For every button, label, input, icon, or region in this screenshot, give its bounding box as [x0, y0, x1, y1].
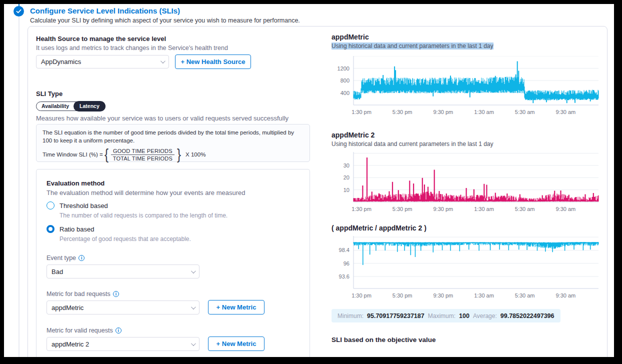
ratio-based-helper: Percentage of good requests that are acc… [60, 236, 191, 242]
valid-metric-select-value: appdMetric 2 [52, 340, 89, 348]
svg-text:9:30 pm: 9:30 pm [433, 292, 453, 298]
chart3-ratio: 93.69698.41:30 pm5:30 pm9:30 pm1:30 am5:… [332, 236, 600, 304]
valid-metric-label-text: Metric for valid requests [46, 327, 113, 334]
sli-objective-label: SLI based on the objective value [332, 336, 436, 344]
chart-preview-column: appdMetric Using historical data and cur… [332, 26, 602, 357]
valid-metric-label: Metric for valid requests i [46, 327, 122, 334]
svg-text:1200: 1200 [338, 66, 350, 72]
sli-equation-text: The SLI equation is the number of good t… [42, 129, 304, 144]
sli-type-toggle: Availability Latency [36, 102, 106, 111]
svg-text:9:30 am: 9:30 am [556, 109, 576, 115]
chevron-down-icon [191, 341, 196, 346]
new-health-source-button[interactable]: + New Health Source [175, 54, 251, 69]
svg-text:9:30 pm: 9:30 pm [433, 206, 453, 212]
ratio-based-label: Ratio based [60, 226, 94, 233]
equation-lhs: Time Window SLI (%) = [42, 152, 103, 158]
bad-metric-label-text: Metric for bad requests [46, 290, 110, 298]
svg-text:9:30 am: 9:30 am [556, 206, 576, 212]
svg-text:1:30 am: 1:30 am [474, 292, 494, 298]
page-title: Configure Service Level Indications (SLI… [30, 6, 180, 15]
bad-metric-label: Metric for bad requests i [46, 290, 119, 298]
right-brace: } [177, 147, 181, 162]
sli-type-pill-latency[interactable]: Latency [74, 101, 106, 112]
svg-text:96: 96 [344, 260, 350, 266]
chart1-subtitle: Using historical data and current parame… [332, 42, 494, 50]
health-source-label: Health Source to manage the service leve… [36, 35, 166, 42]
chevron-down-icon [160, 58, 166, 64]
sli-type-label: SLI Type [36, 90, 62, 98]
equation-fraction: GOOD TIME PERIODS TOTAL TIME PERIODS [111, 148, 174, 162]
evaluation-method-label: Evaluation method [46, 180, 104, 187]
svg-text:93.6: 93.6 [339, 274, 350, 280]
maximum-value: 100 [459, 312, 470, 320]
chevron-down-icon [191, 304, 196, 310]
event-type-label: Event type i [46, 254, 84, 262]
svg-text:5:30 am: 5:30 am [515, 109, 535, 115]
svg-text:5:30 pm: 5:30 pm [392, 206, 412, 212]
denominator-rest: TIME PERIODS [130, 156, 172, 162]
svg-text:1:30 pm: 1:30 pm [352, 206, 372, 212]
valid-metric-select[interactable]: appdMetric 2 [46, 337, 200, 351]
stepper-connector-line [18, 4, 20, 357]
health-source-select-value: AppDynamics [41, 58, 81, 66]
svg-text:1:30 am: 1:30 am [474, 109, 494, 115]
info-icon[interactable]: i [116, 328, 122, 334]
svg-text:400: 400 [340, 90, 350, 96]
minimum-label: Minimum: [338, 312, 364, 320]
evaluation-method-description: The evaluation method will determine how… [46, 189, 245, 196]
average-value: 99.7852022497396 [500, 312, 554, 320]
sli-type-description: Measures how available your service was … [36, 114, 288, 122]
minimum-value: 95.70917759237187 [367, 312, 424, 320]
svg-text:30: 30 [344, 162, 350, 168]
total-term: TOTAL [113, 156, 130, 162]
ratio-stats-bar: Minimum: 95.70917759237187 Maximum: 100 … [332, 309, 560, 322]
chart3-title: ( appdMetric / appdMetric 2 ) [332, 224, 426, 232]
chart2-subtitle: Using historical data and current parame… [332, 140, 494, 148]
average-label: Average: [473, 312, 497, 320]
page-subtitle: Calculate your SLI by defining which asp… [30, 17, 300, 24]
threshold-based-label: Threshold based [60, 202, 108, 210]
threshold-based-helper: The number of valid requests is compared… [60, 212, 228, 219]
page: Configure Service Level Indications (SLI… [4, 4, 614, 357]
sli-type-pill-availability[interactable]: Availability [36, 102, 74, 111]
chart1-appdmetric: 40080012001:30 pm5:30 pm9:30 pm1:30 am5:… [332, 56, 600, 120]
svg-text:9:30 pm: 9:30 pm [433, 109, 453, 115]
svg-text:1:30 pm: 1:30 pm [352, 292, 372, 298]
step-complete-check-icon [14, 6, 24, 16]
svg-text:10: 10 [344, 187, 350, 193]
threshold-based-radio[interactable] [46, 202, 54, 210]
health-source-description: It uses logs and metrics to track change… [36, 44, 228, 52]
equation-rhs: X 100% [186, 152, 206, 158]
sli-equation-formula: Time Window SLI (%) = { GOOD TIME PERIOD… [42, 147, 304, 162]
info-icon[interactable]: i [113, 291, 119, 297]
svg-text:1:30 am: 1:30 am [474, 206, 494, 212]
bad-metric-select[interactable]: appdMetric [46, 300, 200, 314]
new-valid-metric-button[interactable]: + New Metric [208, 336, 264, 351]
svg-text:98.4: 98.4 [339, 247, 350, 253]
chart2-title: appdMetric 2 [332, 131, 374, 139]
chart2-appdmetric2: 1020301:30 pm5:30 pm9:30 pm1:30 am5:30 a… [332, 152, 600, 217]
svg-text:5:30 am: 5:30 am [515, 292, 535, 298]
numerator-rest: TIME PERIODS [130, 148, 172, 154]
maximum-label: Maximum: [428, 312, 456, 320]
evaluation-method-box: Evaluation method The evaluation method … [36, 169, 310, 357]
event-type-label-text: Event type [46, 254, 76, 262]
event-type-select-value: Bad [52, 268, 63, 276]
left-brace: { [104, 147, 108, 162]
svg-text:1:30 pm: 1:30 pm [352, 109, 372, 115]
svg-text:5:30 pm: 5:30 pm [392, 109, 412, 115]
health-source-select[interactable]: AppDynamics [36, 55, 169, 68]
chevron-down-icon [191, 268, 196, 274]
event-type-select[interactable]: Bad [46, 264, 200, 278]
svg-text:20: 20 [344, 174, 350, 180]
svg-text:9:30 am: 9:30 am [556, 292, 576, 298]
sli-equation-box: The SLI equation is the number of good t… [36, 124, 310, 162]
svg-text:5:30 pm: 5:30 pm [392, 292, 412, 298]
new-bad-metric-button[interactable]: + New Metric [208, 300, 264, 314]
svg-text:5:30 am: 5:30 am [515, 206, 535, 212]
info-icon[interactable]: i [78, 255, 84, 261]
ratio-based-radio[interactable] [46, 225, 54, 233]
sli-form-column: Health Source to manage the service leve… [36, 26, 314, 357]
good-term: GOOD [113, 148, 130, 154]
bad-metric-select-value: appdMetric [52, 304, 84, 312]
